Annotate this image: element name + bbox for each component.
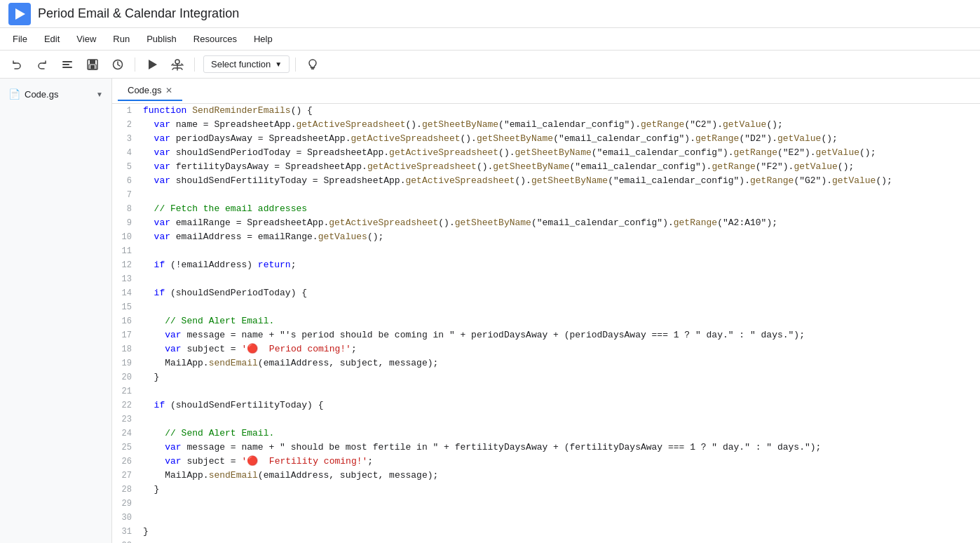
line-content: if (shouldSendPeriodToday) { (140, 286, 980, 300)
table-row: 31} (112, 525, 980, 539)
svg-rect-11 (311, 67, 315, 69)
line-number: 32 (112, 539, 140, 543)
line-number: 10 (112, 230, 140, 244)
line-number: 30 (112, 511, 140, 525)
menu-publish[interactable]: Publish (139, 31, 184, 47)
table-row: 16 // Send Alert Email. (112, 314, 980, 328)
sidebar-file-name: Code.gs (25, 89, 58, 100)
sidebar-expand-icon: ▼ (96, 90, 103, 98)
line-number: 28 (112, 483, 140, 497)
line-number: 15 (112, 300, 140, 314)
line-content: } (140, 370, 980, 384)
sidebar: 📄 Code.gs ▼ (0, 79, 112, 543)
line-content: MailApp.sendEmail(emailAddress, subject,… (140, 356, 980, 370)
line-content (140, 413, 980, 427)
save-button[interactable] (81, 53, 104, 76)
table-row: 4 var shouldSendPeriodToday = Spreadshee… (112, 146, 980, 160)
dropdown-arrow-icon: ▼ (275, 60, 282, 68)
line-number: 23 (112, 413, 140, 427)
line-number: 14 (112, 286, 140, 300)
table-row: 19 MailApp.sendEmail(emailAddress, subje… (112, 356, 980, 370)
line-number: 19 (112, 356, 140, 370)
line-number: 21 (112, 384, 140, 398)
table-row: 24 // Send Alert Email. (112, 427, 980, 441)
table-row: 8 // Fetch the email addresses (112, 202, 980, 216)
table-row: 5 var fertilityDaysAway = SpreadsheetApp… (112, 160, 980, 174)
table-row: 9 var emailRange = SpreadsheetApp.getAct… (112, 216, 980, 230)
toolbar-separator-1 (135, 58, 135, 72)
menu-help[interactable]: Help (247, 31, 280, 47)
line-content (140, 497, 980, 511)
history-button[interactable] (107, 53, 129, 76)
redo-button[interactable] (31, 53, 53, 76)
line-number: 16 (112, 314, 140, 328)
table-row: 30 (112, 511, 980, 525)
line-number: 6 (112, 174, 140, 188)
line-content (140, 511, 980, 525)
svg-rect-7 (90, 65, 95, 69)
table-row: 21 (112, 384, 980, 398)
title-bar: Period Email & Calendar Integration (0, 0, 980, 28)
svg-rect-1 (62, 61, 72, 62)
select-function-label: Select function (211, 59, 271, 69)
main-content: 📄 Code.gs ▼ Code.gs ✕ 1function SendRemi… (0, 79, 980, 543)
line-content: function SendReminderEmails() { (140, 104, 980, 118)
line-number: 18 (112, 342, 140, 356)
line-number: 20 (112, 370, 140, 384)
line-number: 2 (112, 118, 140, 132)
menu-run[interactable]: Run (106, 31, 137, 47)
menu-view[interactable]: View (69, 31, 103, 47)
table-row: 12 if (!emailAddress) return; (112, 258, 980, 272)
line-number: 22 (112, 398, 140, 413)
sidebar-item-code-gs[interactable]: 📄 Code.gs ▼ (0, 84, 111, 104)
code-editor[interactable]: 1function SendReminderEmails() {2 var na… (112, 104, 980, 543)
editor-area: Code.gs ✕ 1function SendReminderEmails()… (112, 79, 980, 543)
line-content: var message = name + "'s period should b… (140, 328, 980, 342)
table-row: 6 var shouldSendFertilityToday = Spreads… (112, 174, 980, 188)
select-function-dropdown[interactable]: Select function ▼ (203, 55, 290, 73)
line-number: 24 (112, 427, 140, 441)
tab-code-gs[interactable]: Code.gs ✕ (118, 81, 182, 101)
run-button[interactable] (141, 53, 163, 76)
line-number: 12 (112, 258, 140, 272)
undo-button[interactable] (6, 53, 28, 76)
bulb-button[interactable] (301, 53, 324, 76)
menu-file[interactable]: File (6, 31, 34, 47)
menu-edit[interactable]: Edit (37, 31, 67, 47)
line-content: var fertilityDaysAway = SpreadsheetApp.g… (140, 160, 980, 174)
table-row: 7 (112, 188, 980, 202)
line-content: if (shouldSendFertilityToday) { (140, 398, 980, 413)
line-number: 5 (112, 160, 140, 174)
line-number: 25 (112, 441, 140, 455)
svg-marker-0 (15, 8, 25, 20)
svg-rect-5 (90, 60, 95, 64)
menu-resources[interactable]: Resources (186, 31, 244, 47)
svg-rect-12 (311, 68, 314, 69)
table-row: 3 var periodDaysAway = SpreadsheetApp.ge… (112, 132, 980, 146)
line-number: 3 (112, 132, 140, 146)
line-content (140, 188, 980, 202)
table-row: 26 var subject = '🔴 Fertility coming!'; (112, 455, 980, 469)
format-button[interactable] (56, 53, 79, 76)
table-row: 14 if (shouldSendPeriodToday) { (112, 286, 980, 300)
line-number: 11 (112, 244, 140, 258)
table-row: 25 var message = name + " should be most… (112, 441, 980, 455)
line-content: } (140, 525, 980, 539)
line-number: 29 (112, 497, 140, 511)
toolbar: Select function ▼ (0, 51, 980, 79)
table-row: 1function SendReminderEmails() { (112, 104, 980, 118)
svg-rect-3 (62, 67, 72, 68)
line-content: if (!emailAddress) return; (140, 258, 980, 272)
table-row: 28 } (112, 483, 980, 497)
menu-bar: File Edit View Run Publish Resources Hel… (0, 28, 980, 51)
svg-rect-2 (62, 64, 69, 65)
tab-close-icon[interactable]: ✕ (165, 86, 172, 95)
line-content (140, 384, 980, 398)
line-content: var name = SpreadsheetApp.getActiveSprea… (140, 118, 980, 132)
table-row: 27 MailApp.sendEmail(emailAddress, subje… (112, 469, 980, 483)
line-content: var message = name + " should be most fe… (140, 441, 980, 455)
table-row: 20 } (112, 370, 980, 384)
line-content: // Fetch the email addresses (140, 202, 980, 216)
toolbar-separator-3 (295, 58, 296, 72)
debug-button[interactable] (166, 53, 189, 76)
